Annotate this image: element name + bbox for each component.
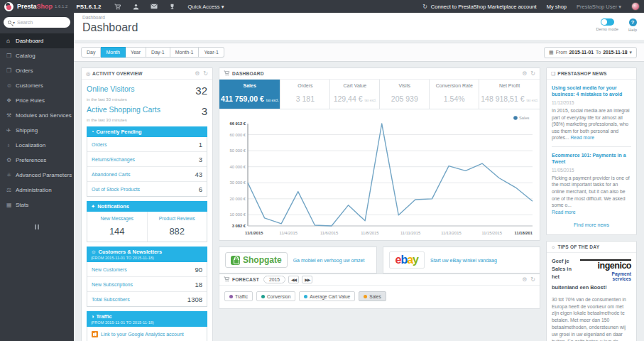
period-day-1-button[interactable]: Day-1 xyxy=(146,47,170,58)
panel-settings-icon[interactable]: ⚙ xyxy=(522,276,527,283)
previous-year-button[interactable]: ◀◀ xyxy=(288,276,299,283)
kpi-cart-value[interactable]: Cart Value129,44 € tax excl. xyxy=(329,80,379,109)
breadcrumb[interactable]: Dashboard xyxy=(82,15,637,20)
top-bar: PrestaShop 1.6.1.2 PS1.6.1.2 Quick Acces… xyxy=(0,0,644,13)
cart-icon[interactable] xyxy=(114,4,121,10)
ps-version: PS1.6.1.2 xyxy=(76,4,101,10)
new-customers-link[interactable]: New Customers xyxy=(92,267,127,272)
news-article-title[interactable]: Ecommerce 101: Payments in a Tweet xyxy=(552,152,631,165)
sidebar-item-modules[interactable]: ⚒Modules and Services xyxy=(0,108,74,123)
ebay-link[interactable]: Start uw eBay winkel vandaag xyxy=(430,258,497,263)
mail-icon[interactable] xyxy=(151,4,158,9)
period-day-button[interactable]: Day xyxy=(81,47,101,58)
help-label: Help xyxy=(628,28,637,32)
kpi-conversion-rate[interactable]: Conversion Rate1.54% xyxy=(429,80,479,109)
sidebar-item-advanced-parameters[interactable]: ⚛Advanced Parameters xyxy=(0,168,74,183)
forecast-year-label: 2015 xyxy=(263,276,285,283)
forecast-traffic-toggle[interactable]: Traffic xyxy=(224,291,253,301)
customer-icon[interactable] xyxy=(133,4,139,10)
kpi-orders[interactable]: Orders3 181 xyxy=(280,80,329,109)
pending-returns-link[interactable]: Returns/Exchanges xyxy=(92,157,135,162)
pending-abandoned-carts-link[interactable]: Abandoned Carts xyxy=(92,172,130,177)
search-scope-caret-icon[interactable]: ▾ xyxy=(13,20,15,25)
sidebar-item-price-rules[interactable]: ❖Price Rules xyxy=(0,93,74,108)
demo-mode-toggle[interactable] xyxy=(601,18,614,26)
traffic-header: ◑Traffic(FROM 2015-11-01 TO 2015-11-18) xyxy=(87,311,207,327)
trophy-icon[interactable] xyxy=(169,4,175,10)
forecast-sales-toggle[interactable]: Sales xyxy=(359,291,386,301)
ebay-banner: ebay Start uw eBay winkel vandaag xyxy=(383,247,541,274)
sidebar-item-customers[interactable]: ☺Customers xyxy=(0,78,74,93)
find-more-news-link[interactable]: Find more news xyxy=(552,222,631,227)
sidebar-item-dashboard[interactable]: ⌂Dashboard xyxy=(0,33,74,48)
sidebar-item-preferences[interactable]: ⚙Preferences xyxy=(0,153,74,168)
next-year-button[interactable]: ▶▶ xyxy=(302,276,312,283)
orders-icon: ❐ xyxy=(6,67,16,74)
help-button[interactable]: ? xyxy=(629,18,637,26)
pending-orders-link[interactable]: Orders xyxy=(92,142,107,147)
forecast-avg-cart-toggle[interactable]: Average Cart Value xyxy=(299,291,355,301)
period-year-1-button[interactable]: Year-1 xyxy=(199,47,224,58)
panel-refresh-icon[interactable]: ↻ xyxy=(530,276,535,283)
read-more-link[interactable]: Read more xyxy=(570,135,594,140)
sidebar-item-stats[interactable]: ▦Stats xyxy=(0,197,74,212)
period-year-button[interactable]: Year xyxy=(126,47,146,58)
sidebar-item-administration[interactable]: ⚖Administration xyxy=(0,183,74,197)
new-messages-cell: New Messages144 xyxy=(87,212,147,242)
news-article: Ecommerce 101: Payments in a Tweet 11/05… xyxy=(552,152,631,215)
user-avatar[interactable] xyxy=(631,2,640,11)
news-article-date: 11/12/2015 xyxy=(552,100,631,105)
sidebar-search[interactable]: ▾ xyxy=(4,17,70,28)
date-range-picker[interactable]: ▦ From2015-11-01 To2015-11-18 ▾ xyxy=(544,47,637,58)
svg-text:11/15/2015: 11/15/2015 xyxy=(481,231,502,235)
pending-row: Out of Stock Products6 xyxy=(87,182,207,196)
prestashop-logo[interactable] xyxy=(4,2,13,11)
panel-settings-icon[interactable]: ⚙ xyxy=(522,70,527,77)
sidebar: ▾ ⌂Dashboard ❒Catalog ❐Orders ☺Customers… xyxy=(0,13,74,341)
kpi-net-profit[interactable]: Net Profit148 918,51 € tax excl. xyxy=(479,80,540,109)
panel-refresh-icon[interactable]: ↻ xyxy=(203,70,208,77)
sync-icon: ↻ xyxy=(422,4,427,10)
notifications-header: ✦Notifications xyxy=(87,201,207,212)
news-article-date: 11/05/2015 xyxy=(552,168,631,173)
new-subscriptions-link[interactable]: New Subscriptions xyxy=(92,282,133,287)
online-visitors-link[interactable]: Online Visitors xyxy=(87,85,135,93)
main-content: Dashboard Dashboard Demo mode ? Help Day… xyxy=(74,13,644,341)
activity-overview-panel: ◎ ACTIVITY OVERVIEW ⚙↻ Online Visitors32… xyxy=(81,67,213,341)
kpi-visits[interactable]: Visits205 939 xyxy=(379,80,429,109)
sidebar-collapse-button[interactable] xyxy=(0,220,74,232)
google-analytics-link[interactable]: Link to your Google Analytics account xyxy=(101,332,184,337)
calendar-icon: ▦ xyxy=(549,50,554,55)
sidebar-item-localization[interactable]: ♁Localization xyxy=(0,138,74,153)
sales-line-chart: 66 912 €60 000 €50 000 €40 000 €30 000 €… xyxy=(219,109,540,240)
product-reviews-link[interactable]: Product Reviews xyxy=(149,216,206,221)
shopping-bag-icon xyxy=(231,256,240,265)
panel-settings-icon[interactable]: ⚙ xyxy=(195,70,200,77)
forecast-conversion-toggle[interactable]: Conversion xyxy=(256,291,295,301)
quick-access-menu[interactable]: Quick Access ▾ xyxy=(188,4,224,10)
marketplace-link[interactable]: Connect to PrestaShop Marketplace accoun… xyxy=(431,4,537,10)
kpi-sales[interactable]: Sales411 759,00 € tax excl. xyxy=(219,80,280,109)
shopgate-link[interactable]: Ga mobiel en verhoog uw omzet xyxy=(293,258,365,263)
news-article: Using social media for your business: 4 … xyxy=(552,85,631,141)
news-article-title[interactable]: Using social media for your business: 4 … xyxy=(552,85,631,97)
period-month-1-button[interactable]: Month-1 xyxy=(170,47,200,58)
read-more-link[interactable]: Read more xyxy=(552,210,576,215)
new-messages-link[interactable]: New Messages xyxy=(89,216,146,221)
user-menu[interactable]: PrestaShop User ▾ xyxy=(577,4,621,10)
pending-out-of-stock-link[interactable]: Out of Stock Products xyxy=(92,187,140,192)
home-icon: ⌂ xyxy=(6,38,16,44)
sidebar-item-catalog[interactable]: ❒Catalog xyxy=(0,48,74,63)
search-input[interactable] xyxy=(17,20,66,25)
clock-icon: ◔ xyxy=(91,129,94,135)
customers-row: Total Subscribers1308 xyxy=(87,292,207,306)
panel-refresh-icon[interactable]: ↻ xyxy=(530,70,535,77)
my-shop-link[interactable]: My shop xyxy=(547,4,567,10)
news-article-excerpt: Picking a payment provider is one of the… xyxy=(552,175,631,215)
total-subscribers-link[interactable]: Total Subscribers xyxy=(92,297,130,302)
sidebar-item-orders[interactable]: ❐Orders xyxy=(0,63,74,78)
active-carts-link[interactable]: Active Shopping Carts xyxy=(87,105,160,114)
period-month-button[interactable]: Month xyxy=(101,47,125,58)
tips-of-the-day-panel: ☼ TIPS OF THE DAY ingenico Payment servi… xyxy=(546,241,637,341)
sidebar-item-shipping[interactable]: ✈Shipping xyxy=(0,123,74,138)
